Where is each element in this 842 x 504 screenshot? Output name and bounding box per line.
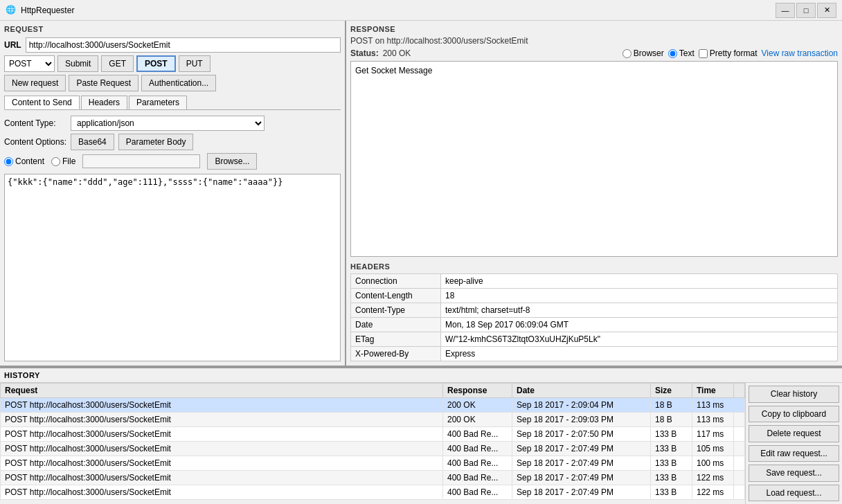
browse-button[interactable]: Browse... — [207, 153, 257, 170]
tab-content-to-send[interactable]: Content to Send — [4, 96, 80, 109]
history-request: POST http://localhost:3000/users/SocketE… — [1, 456, 443, 471]
load-request-button[interactable]: Load request... — [749, 485, 839, 502]
history-panel: History Request Response Date Size Time — [0, 367, 842, 504]
history-table-container: Request Response Date Size Time POST htt… — [0, 383, 745, 504]
pretty-format-checkbox[interactable] — [699, 49, 708, 58]
clear-history-button[interactable]: Clear history — [749, 386, 839, 403]
history-time: 122 ms — [692, 485, 734, 500]
col-response: Response — [443, 384, 512, 398]
table-row[interactable]: POST http://localhost:3000/users/SocketE… — [1, 413, 745, 427]
request-body-textarea[interactable]: {"kkk":{"name":"ddd","age":111},"ssss":{… — [4, 174, 341, 361]
col-date: Date — [512, 384, 651, 398]
history-request: POST http://localhost:3000/users/SocketE… — [1, 485, 443, 500]
edit-raw-request-button[interactable]: Edit raw request... — [749, 445, 839, 462]
new-request-button[interactable]: New request — [4, 75, 66, 91]
history-table: Request Response Date Size Time POST htt… — [0, 383, 745, 500]
text-radio-label[interactable]: Text — [668, 48, 695, 58]
url-row: URL — [4, 37, 341, 53]
url-input[interactable] — [26, 37, 341, 53]
header-key: X-Powered-By — [351, 347, 441, 361]
history-request: POST http://localhost:3000/users/SocketE… — [1, 442, 443, 456]
header-key: Content-Length — [351, 289, 441, 303]
pretty-format-label[interactable]: Pretty format — [699, 48, 758, 58]
browser-radio[interactable] — [622, 49, 632, 58]
table-row[interactable]: POST http://localhost:3000/users/SocketE… — [1, 442, 745, 456]
table-row[interactable]: POST http://localhost:3000/users/SocketE… — [1, 427, 745, 442]
header-row: Content-Typetext/html; charset=utf-8 — [351, 303, 838, 318]
response-info: POST on http://localhost:3000/users/Sock… — [350, 36, 838, 46]
table-row[interactable]: POST http://localhost:3000/users/SocketE… — [1, 471, 745, 485]
table-row[interactable]: POST http://localhost:3000/users/SocketE… — [1, 485, 745, 500]
base64-button[interactable]: Base64 — [71, 134, 114, 150]
history-request: POST http://localhost:3000/users/SocketE… — [1, 427, 443, 442]
header-key: Content-Type — [351, 303, 441, 318]
request-title: Request — [4, 25, 341, 33]
history-date: Sep 18 2017 - 2:07:49 PM — [512, 456, 651, 471]
history-size: 18 B — [651, 413, 692, 427]
paste-request-button[interactable]: Paste Request — [69, 75, 138, 91]
method-dropdown[interactable]: POST GET PUT DELETE PATCH — [4, 55, 55, 72]
col-time: Time — [692, 384, 734, 398]
request-panel: Request URL POST GET PUT DELETE PATCH — [0, 21, 346, 366]
minimize-button[interactable]: — — [776, 3, 795, 18]
headers-title: Headers — [350, 262, 838, 271]
title-bar: 🌐 HttpRequester — □ ✕ — [0, 0, 842, 21]
request-tabs: Content to Send Headers Parameters — [4, 96, 341, 110]
submit-button[interactable]: Submit — [57, 55, 98, 72]
history-response: 200 OK — [443, 413, 512, 427]
header-value: keep-alive — [441, 274, 838, 289]
view-raw-link[interactable]: View raw transaction — [762, 48, 839, 58]
content-type-row: Content Type: application/json text/plai… — [4, 116, 341, 131]
response-title: Response — [350, 25, 838, 33]
browser-radio-label[interactable]: Browser — [622, 48, 664, 58]
history-size: 133 B — [651, 442, 692, 456]
header-row: ETagW/"12-kmhCS6T3ZltqtO3XuUHZjKuP5Lk" — [351, 332, 838, 347]
history-response: 400 Bad Re... — [443, 485, 512, 500]
header-value: 18 — [441, 289, 838, 303]
header-value: Mon, 18 Sep 2017 06:09:04 GMT — [441, 318, 838, 332]
history-time: 113 ms — [692, 398, 734, 413]
content-radio[interactable] — [4, 157, 13, 166]
history-time: 113 ms — [692, 413, 734, 427]
file-radio[interactable] — [51, 157, 60, 166]
param-body-button[interactable]: Parameter Body — [118, 134, 194, 150]
history-request: POST http://localhost:3000/users/SocketE… — [1, 398, 443, 413]
tab-parameters[interactable]: Parameters — [129, 96, 187, 109]
history-size: 133 B — [651, 427, 692, 442]
history-header-row: History — [0, 368, 842, 383]
history-date: Sep 18 2017 - 2:07:50 PM — [512, 427, 651, 442]
method-select[interactable]: POST GET PUT DELETE PATCH — [5, 56, 54, 71]
table-row[interactable]: POST http://localhost:3000/users/SocketE… — [1, 456, 745, 471]
post-button[interactable]: POST — [136, 55, 176, 72]
response-panel: Response POST on http://localhost:3000/u… — [346, 21, 842, 366]
close-button[interactable]: ✕ — [817, 3, 836, 18]
file-radio-label[interactable]: File — [51, 156, 75, 166]
status-value: 200 OK — [383, 48, 411, 58]
response-body: Get Socket Message — [350, 61, 838, 257]
delete-request-button[interactable]: Delete request — [749, 425, 839, 442]
history-size: 133 B — [651, 471, 692, 485]
history-request: POST http://localhost:3000/users/SocketE… — [1, 413, 443, 427]
get-button[interactable]: GET — [101, 55, 134, 72]
table-row[interactable]: POST http://localhost:3000/users/SocketE… — [1, 398, 745, 413]
file-path-input[interactable] — [82, 154, 200, 168]
content-options-label: Content Options: — [4, 137, 66, 147]
history-extra — [734, 471, 745, 485]
maximize-button[interactable]: □ — [796, 3, 816, 18]
header-key: Connection — [351, 274, 441, 289]
history-time: 100 ms — [692, 456, 734, 471]
col-request: Request — [1, 384, 443, 398]
content-radio-label[interactable]: Content — [4, 156, 44, 166]
history-response: 200 OK — [443, 398, 512, 413]
history-date: Sep 18 2017 - 2:07:49 PM — [512, 442, 651, 456]
copy-to-clipboard-button[interactable]: Copy to clipboard — [749, 406, 839, 423]
tab-headers[interactable]: Headers — [81, 96, 127, 109]
history-response: 400 Bad Re... — [443, 471, 512, 485]
history-extra — [734, 427, 745, 442]
content-type-select[interactable]: application/json text/plain application/… — [71, 116, 265, 131]
save-request-button[interactable]: Save request... — [749, 465, 839, 482]
put-button[interactable]: PUT — [179, 55, 210, 72]
auth-button[interactable]: Authentication... — [141, 75, 216, 91]
header-value: text/html; charset=utf-8 — [441, 303, 838, 318]
text-radio[interactable] — [668, 49, 677, 58]
